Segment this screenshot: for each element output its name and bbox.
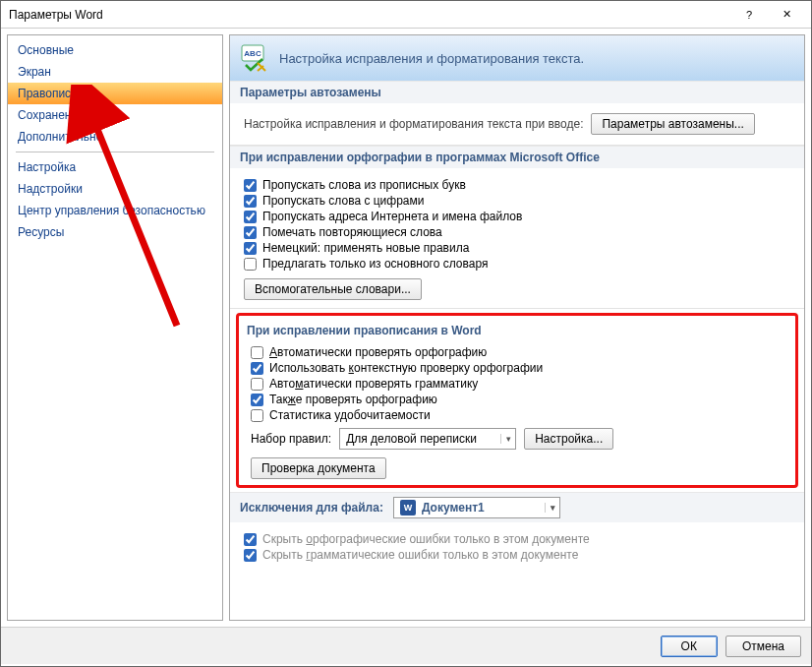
checkbox[interactable] <box>244 533 257 546</box>
proofing-abc-icon: ABC <box>240 43 269 73</box>
banner: ABC Настройка исправления и форматирован… <box>230 35 804 81</box>
exceptions-file-dropdown[interactable]: W Документ1 ▾ <box>393 497 560 518</box>
chevron-down-icon: ▾ <box>545 503 555 513</box>
check-internet-addresses[interactable]: Пропускать адреса Интернета и имена файл… <box>244 210 790 223</box>
check-label: Автоматически проверять орфографию <box>269 345 487 359</box>
check-label: Пропускать слова из прописных букв <box>262 178 466 192</box>
exceptions-title-label: Исключения для файла: <box>240 501 383 515</box>
rules-set-dropdown[interactable]: Для деловой переписки ▾ <box>339 428 516 450</box>
check-main-dictionary-only[interactable]: Предлагать только из основного словаря <box>244 257 790 271</box>
section-word-spell-title: При исправлении правописания в Word <box>247 322 787 343</box>
checkbox[interactable] <box>244 258 257 271</box>
sidebar: Основные Экран Правописание Сохранение Д… <box>7 34 223 621</box>
custom-dictionaries-label: Вспомогательные словари... <box>255 282 411 296</box>
check-repeated-words[interactable]: Помечать повторяющиеся слова <box>244 225 790 239</box>
sidebar-separator <box>16 152 214 152</box>
checkbox[interactable] <box>244 242 257 255</box>
sidebar-item-advanced[interactable]: Дополнительно <box>8 126 222 148</box>
checkbox[interactable] <box>244 211 257 223</box>
checkbox[interactable] <box>251 346 263 359</box>
dialog-title: Параметры Word <box>9 8 732 22</box>
check-label: Скрыть орфографические ошибки только в э… <box>262 532 590 546</box>
check-label: Статистика удобочитаемости <box>269 408 431 422</box>
help-button[interactable]: ? <box>732 3 766 27</box>
dialog-footer: ОК Отмена <box>1 627 811 664</box>
checkbox[interactable] <box>251 378 263 391</box>
svg-text:ABC: ABC <box>244 49 261 58</box>
section-office-spell-title: При исправлении орфографии в программах … <box>230 146 804 168</box>
rules-set-label: Набор правил: <box>251 432 331 446</box>
ok-button[interactable]: ОК <box>661 636 718 657</box>
exceptions-file-value: Документ1 <box>422 501 485 515</box>
check-label: Скрыть грамматические ошибки только в эт… <box>262 548 578 562</box>
dialog-titlebar: Параметры Word ? ✕ <box>1 1 811 29</box>
sidebar-item-general[interactable]: Основные <box>8 39 222 61</box>
checkbox[interactable] <box>251 409 263 422</box>
check-uppercase-words[interactable]: Пропускать слова из прописных букв <box>244 178 790 192</box>
cancel-label: Отмена <box>742 639 784 653</box>
sidebar-item-display[interactable]: Экран <box>8 61 222 83</box>
help-icon: ? <box>746 9 752 21</box>
grammar-settings-label: Настройка... <box>535 432 603 446</box>
check-auto-grammar[interactable]: Автоматически проверять грамматику <box>251 377 783 391</box>
autocorrect-note: Настройка исправления и форматирования т… <box>244 117 583 131</box>
close-icon: ✕ <box>783 8 791 21</box>
main-panel: ABC Настройка исправления и форматирован… <box>229 34 805 621</box>
check-hide-grammar-errors[interactable]: Скрыть грамматические ошибки только в эт… <box>244 548 790 562</box>
banner-text: Настройка исправления и форматирования т… <box>279 51 584 66</box>
section-office-spell: При исправлении орфографии в программах … <box>230 146 804 309</box>
rules-set-value: Для деловой переписки <box>346 432 477 446</box>
check-words-with-numbers[interactable]: Пропускать слова с цифрами <box>244 194 790 208</box>
sidebar-item-addins[interactable]: Надстройки <box>8 178 222 200</box>
check-readability-stats[interactable]: Статистика удобочитаемости <box>251 408 783 422</box>
sidebar-item-trustcenter[interactable]: Центр управления безопасностью <box>8 200 222 221</box>
section-exceptions-head: Исключения для файла: W Документ1 ▾ <box>230 492 804 522</box>
sidebar-item-resources[interactable]: Ресурсы <box>8 221 222 243</box>
recheck-document-button[interactable]: Проверка документа <box>251 457 386 479</box>
checkbox[interactable] <box>251 394 263 406</box>
grammar-settings-button[interactable]: Настройка... <box>524 428 613 450</box>
close-button[interactable]: ✕ <box>770 3 803 27</box>
autocorrect-options-label: Параметры автозамены... <box>602 117 743 131</box>
check-german-rules[interactable]: Немецкий: применять новые правила <box>244 241 790 255</box>
check-also-check-spelling[interactable]: Также проверять орфографию <box>251 393 783 406</box>
highlight-box: При исправлении правописания в Word Авто… <box>236 313 798 488</box>
checkbox[interactable] <box>244 549 257 562</box>
word-document-icon: W <box>400 500 416 515</box>
section-autocorrect: Параметры автозамены Настройка исправлен… <box>230 81 804 146</box>
check-label: Пропускать адреса Интернета и имена файл… <box>262 210 522 223</box>
check-label: Немецкий: применять новые правила <box>262 241 469 255</box>
recheck-document-label: Проверка документа <box>261 461 376 475</box>
chevron-down-icon: ▾ <box>500 434 511 444</box>
check-contextual-spell[interactable]: Использовать контекстную проверку орфогр… <box>251 361 783 375</box>
custom-dictionaries-button[interactable]: Вспомогательные словари... <box>244 278 422 300</box>
section-exceptions: Исключения для файла: W Документ1 ▾ Скры… <box>230 492 804 572</box>
cancel-button[interactable]: Отмена <box>725 636 801 657</box>
sidebar-item-customize[interactable]: Настройка <box>8 156 222 178</box>
check-auto-spell[interactable]: Автоматически проверять орфографию <box>251 345 783 359</box>
sidebar-item-save[interactable]: Сохранение <box>8 104 222 126</box>
checkbox[interactable] <box>244 195 257 208</box>
autocorrect-options-button[interactable]: Параметры автозамены... <box>591 113 754 135</box>
checkbox[interactable] <box>251 362 263 375</box>
check-label: Пропускать слова с цифрами <box>262 194 424 208</box>
checkbox[interactable] <box>244 226 257 239</box>
check-label: Также проверять орфографию <box>269 393 437 406</box>
checkbox[interactable] <box>244 179 257 192</box>
check-label: Предлагать только из основного словаря <box>262 257 488 271</box>
ok-label: ОК <box>681 639 697 653</box>
check-label: Автоматически проверять грамматику <box>269 377 478 391</box>
check-label: Помечать повторяющиеся слова <box>262 225 442 239</box>
check-label: Использовать контекстную проверку орфогр… <box>269 361 543 375</box>
sidebar-item-proofing[interactable]: Правописание <box>8 83 222 104</box>
section-autocorrect-title: Параметры автозамены <box>230 81 804 103</box>
check-hide-spell-errors[interactable]: Скрыть орфографические ошибки только в э… <box>244 532 790 546</box>
